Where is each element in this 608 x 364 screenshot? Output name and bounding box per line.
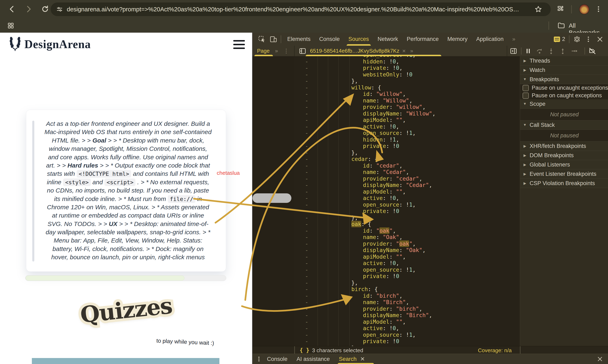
- inspect-element-icon[interactable]: [258, 35, 266, 43]
- browser-menu-icon[interactable]: [594, 5, 603, 14]
- gutter-mark[interactable]: -: [305, 273, 308, 280]
- drawer-tab-search[interactable]: Search ✕: [339, 354, 365, 364]
- tab-console[interactable]: Console: [315, 33, 344, 46]
- gutter-mark[interactable]: -: [305, 293, 308, 299]
- code-line[interactable]: -websiteOnly: !0: [294, 71, 520, 78]
- code-line[interactable]: -},: [294, 280, 520, 286]
- code-line[interactable]: -apiModel: "",: [294, 253, 520, 260]
- pretty-print-icon[interactable]: { }: [300, 347, 309, 353]
- code-editor[interactable]: -open_source: !1,-hidden: !0,-private: !…: [294, 56, 520, 346]
- devtools-menu-icon[interactable]: [585, 36, 592, 43]
- file-tab-close-icon[interactable]: ×: [402, 48, 406, 54]
- sidebar-section-event-listener-breakpoints[interactable]: ▶Event Listener Breakpoints: [520, 169, 608, 179]
- bookmark-star-icon[interactable]: [534, 5, 542, 13]
- forward-icon[interactable]: [24, 5, 33, 14]
- more-tabs-icon[interactable]: »: [508, 33, 520, 46]
- checkbox[interactable]: [523, 85, 529, 91]
- step-out-icon[interactable]: [559, 48, 566, 54]
- back-icon[interactable]: [7, 5, 16, 14]
- code-line[interactable]: -open_source: !1,: [294, 201, 520, 208]
- code-line[interactable]: -id: "birch",: [294, 293, 520, 299]
- sidebar-section-call-stack[interactable]: ▼Call Stack: [520, 120, 608, 130]
- code-line[interactable]: -}: [294, 345, 520, 346]
- sidebar-section-threads[interactable]: ▶Threads: [520, 56, 608, 65]
- code-line[interactable]: -open_source: !1,: [294, 266, 520, 273]
- drawer-tab-console[interactable]: Console: [267, 354, 288, 364]
- gutter-mark[interactable]: -: [305, 156, 308, 162]
- gutter-mark[interactable]: -: [305, 149, 308, 156]
- tab-elements[interactable]: Elements: [283, 33, 315, 46]
- extensions-icon[interactable]: [556, 5, 565, 14]
- brand-name[interactable]: DesignArena: [24, 38, 91, 51]
- code-line[interactable]: -apiModel: "",: [294, 319, 520, 325]
- gutter-mark[interactable]: -: [305, 162, 308, 169]
- gutter-mark[interactable]: -: [305, 338, 308, 345]
- gutter-mark[interactable]: -: [305, 97, 308, 104]
- gutter-mark[interactable]: -: [305, 325, 308, 332]
- quiz-card[interactable]: [32, 358, 220, 364]
- code-line[interactable]: -private: !0: [294, 273, 520, 280]
- pause-script-icon[interactable]: [525, 48, 531, 54]
- gutter-mark[interactable]: -: [305, 78, 308, 84]
- code-line[interactable]: -displayName: "Willow",: [294, 110, 520, 117]
- code-line[interactable]: -name: "Cedar",: [294, 169, 520, 175]
- tab-memory[interactable]: Memory: [443, 33, 472, 46]
- code-line[interactable]: -active: !0,: [294, 195, 520, 201]
- gutter-mark[interactable]: -: [305, 221, 308, 227]
- toggle-navigator-icon[interactable]: [299, 47, 306, 55]
- step-icon[interactable]: [571, 48, 578, 54]
- reload-icon[interactable]: [41, 5, 50, 14]
- gutter-mark[interactable]: -: [305, 104, 308, 110]
- code-line[interactable]: -hidden: !1,: [294, 136, 520, 143]
- gutter-mark[interactable]: -: [305, 136, 308, 143]
- gutter-mark[interactable]: -: [305, 253, 308, 260]
- gutter-mark[interactable]: -: [305, 306, 308, 312]
- code-line[interactable]: -id: "oak",: [294, 227, 520, 234]
- gutter-mark[interactable]: -: [305, 169, 308, 175]
- tab-application[interactable]: Application: [472, 33, 508, 46]
- code-line[interactable]: -private: !0: [294, 143, 520, 149]
- scroll-pill[interactable]: [252, 193, 291, 203]
- gutter-mark[interactable]: -: [305, 260, 308, 266]
- gutter-mark[interactable]: -: [305, 214, 308, 221]
- drawer-close-icon[interactable]: [597, 356, 603, 362]
- gutter-mark[interactable]: -: [305, 280, 308, 286]
- sidebar-section-xhr-fetch-breakpoints[interactable]: ▶XHR/fetch Breakpoints: [520, 142, 608, 151]
- gutter-mark[interactable]: -: [305, 227, 308, 234]
- gutter-mark[interactable]: -: [305, 208, 308, 214]
- drawer-menu-icon[interactable]: [256, 356, 262, 362]
- code-line[interactable]: -name: "Willow",: [294, 97, 520, 104]
- code-line[interactable]: -cedar: {: [294, 156, 520, 162]
- code-line[interactable]: -provider: "oak",: [294, 240, 520, 247]
- editor-more-tabs-icon[interactable]: »: [410, 48, 413, 54]
- avatar[interactable]: [579, 4, 589, 14]
- tab-network[interactable]: Network: [373, 33, 402, 46]
- code-line[interactable]: -provider: "cedar",: [294, 175, 520, 182]
- gutter-mark[interactable]: -: [305, 247, 308, 253]
- drawer-tab-close-icon[interactable]: ✕: [360, 356, 365, 362]
- tab-sources[interactable]: Sources: [344, 33, 373, 46]
- code-line[interactable]: -open_source: !1,: [294, 130, 520, 136]
- devtools-close-icon[interactable]: [596, 36, 603, 43]
- code-line[interactable]: -},: [294, 214, 520, 221]
- gutter-mark[interactable]: -: [305, 299, 308, 306]
- hamburger-menu-icon[interactable]: [233, 40, 245, 49]
- gutter-mark[interactable]: -: [305, 234, 308, 240]
- gutter-mark[interactable]: -: [305, 319, 308, 325]
- apps-grid-icon[interactable]: [7, 22, 14, 29]
- code-line[interactable]: -name: "Birch",: [294, 299, 520, 306]
- checkbox-row[interactable]: Pause on uncaught exceptions: [520, 84, 608, 92]
- gutter-mark[interactable]: -: [305, 123, 308, 130]
- code-line[interactable]: -apiModel: "",: [294, 188, 520, 195]
- url-bar[interactable]: designarena.ai/vote?prompt=>%20Act%20as%…: [51, 2, 551, 16]
- gutter-mark[interactable]: -: [305, 58, 308, 65]
- code-line[interactable]: -},: [294, 149, 520, 156]
- step-over-icon[interactable]: [536, 48, 543, 54]
- code-line[interactable]: -private: !0: [294, 338, 520, 345]
- code-line[interactable]: -private: !0,: [294, 65, 520, 71]
- sidebar-section-scope[interactable]: ▼Scope: [520, 99, 608, 109]
- gutter-mark[interactable]: -: [305, 332, 308, 338]
- gutter-mark[interactable]: -: [305, 143, 308, 149]
- checkbox[interactable]: [523, 92, 529, 99]
- navigator-more-icon[interactable]: »: [275, 48, 278, 54]
